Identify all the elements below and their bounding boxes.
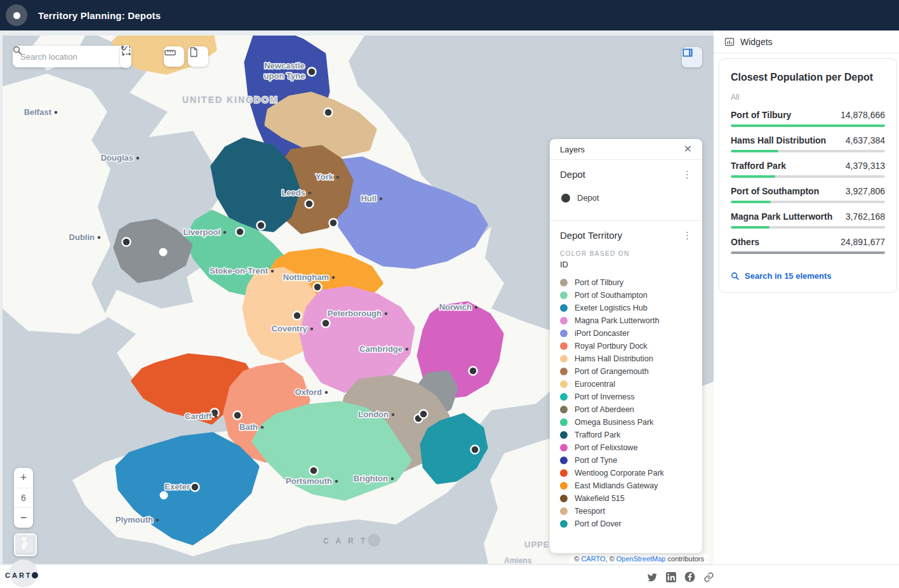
map-attribution: © CARTO, © OpenStreetMap contributors (569, 554, 709, 564)
city-label: Douglas (101, 153, 133, 163)
depot-marker[interactable] (257, 222, 265, 230)
city-label: Norwich (439, 302, 472, 312)
depot-marker[interactable] (236, 228, 244, 236)
widget-row[interactable]: Port of Tilbury14,878,666 (731, 110, 885, 127)
legend-color-swatch (560, 507, 568, 515)
panel-layout-icon (682, 47, 693, 58)
osm-attribution-link[interactable]: OpenStreetMap (616, 555, 666, 563)
zoom-out-button[interactable]: − (14, 508, 33, 528)
widget-row[interactable]: Magna Park Lutterworth3,762,168 (731, 211, 885, 229)
depot-marker[interactable] (469, 367, 477, 375)
legend-color-swatch (560, 304, 568, 312)
widget-row[interactable]: Others24,891,677 (731, 237, 885, 254)
legend-color-swatch (560, 406, 568, 413)
social-links (646, 571, 714, 582)
depot-marker[interactable] (471, 446, 479, 454)
city-label: Coventry (272, 324, 308, 333)
selection-tool-button[interactable] (120, 45, 131, 68)
legend-color-swatch (560, 279, 568, 286)
toggle-side-panel-button[interactable] (682, 47, 702, 67)
carto-attribution-link[interactable]: CARTO (581, 555, 605, 563)
legend-item: Port of Felixstowe (560, 441, 692, 454)
depot-marker[interactable] (330, 219, 338, 227)
depot-marker[interactable] (234, 411, 242, 420)
legend-item-label: Port of Dover (575, 519, 622, 528)
search-input[interactable] (19, 51, 93, 62)
city-dot (137, 157, 140, 160)
depot-marker[interactable] (420, 410, 428, 418)
city-dot (336, 176, 340, 179)
city-label: Exeter (164, 482, 190, 491)
legend-item-label: Omega Business Park (575, 418, 653, 427)
export-button[interactable] (188, 46, 208, 67)
measure-button[interactable] (164, 46, 184, 67)
widget-row-bar (731, 124, 885, 127)
depot-marker[interactable] (314, 283, 322, 291)
legend-color-swatch (560, 330, 568, 337)
city-label: Liverpool (183, 227, 220, 237)
legend-item: Port of Inverness (560, 391, 692, 403)
facebook-icon[interactable] (684, 571, 695, 582)
widget-row[interactable]: Trafford Park4,379,313 (731, 161, 885, 178)
city-label: Dublin (69, 232, 95, 242)
kebab-menu-icon[interactable]: ⋮ (683, 170, 692, 179)
widget-row[interactable]: Hams Hall Distribution4,637,384 (731, 135, 885, 152)
widget-row-value: 24,891,677 (841, 237, 885, 247)
share-link-icon[interactable] (703, 571, 714, 582)
legend-item: Hams Hall Distribution (560, 352, 692, 365)
app-logo-icon (6, 4, 27, 26)
carto-logo[interactable]: CART (0, 559, 51, 588)
legend-color-swatch (560, 317, 568, 324)
legend-color-swatch (560, 457, 568, 464)
depot-marker[interactable] (322, 319, 330, 328)
excluded-cell-dot (160, 491, 168, 500)
legend-item-label: Hams Hall Distribution (575, 354, 653, 363)
widgets-sidebar: Widgets Closest Population per Depot All… (714, 30, 899, 565)
widgets-header-label: Widgets (740, 37, 773, 47)
map-canvas[interactable]: UNITED KINGDOMUPPERAmiensBelfastDouglasD… (3, 36, 714, 564)
minimap-thumbnail[interactable] (14, 533, 37, 556)
city-dot (332, 276, 335, 279)
depot-marker[interactable] (305, 200, 314, 208)
legend-color-swatch (560, 444, 568, 451)
ruler-icon (164, 46, 176, 59)
depot-marker[interactable] (308, 68, 316, 76)
location-search[interactable] (13, 46, 129, 67)
city-dot (385, 312, 388, 316)
widget-row-bar (731, 201, 885, 203)
legend-item: Omega Business Park (560, 416, 692, 429)
kebab-menu-icon[interactable]: ⋮ (683, 231, 692, 240)
widget-filter-label: All (731, 93, 885, 102)
depot-marker[interactable] (211, 409, 219, 417)
legend-item: Exeter Logistics Hub (560, 302, 692, 314)
search-in-elements-link[interactable]: Search in 15 elements (731, 271, 885, 281)
depot-territory-layer-title: Depot Territory (560, 230, 622, 241)
close-icon[interactable]: ✕ (684, 144, 692, 154)
legend-item: Port of Tyne (560, 454, 692, 467)
depot-marker[interactable] (310, 467, 318, 475)
depot-territory-layer-section: Depot Territory ⋮ COLOR BASED ON ID Port… (550, 221, 702, 535)
search-icon (13, 46, 22, 55)
city-label: Bath (239, 422, 258, 432)
city-dot (55, 111, 58, 114)
twitter-icon[interactable] (646, 571, 657, 582)
widget-row-label: Magna Park Lutterworth (731, 211, 832, 222)
depot-marker[interactable] (123, 238, 131, 246)
territory-color-legend: Port of TilburyPort of SouthamptonExeter… (560, 276, 692, 530)
legend-color-swatch (560, 355, 568, 363)
color-based-on-label: COLOR BASED ON (560, 250, 692, 257)
legend-item: Port of Southampton (560, 289, 692, 302)
city-dot (223, 231, 227, 234)
depot-marker[interactable] (293, 312, 302, 320)
depot-marker[interactable] (191, 483, 199, 491)
widget-title: Closest Population per Depot (731, 72, 885, 83)
widget-row[interactable]: Port of Southampton3,927,806 (731, 186, 885, 203)
depot-marker[interactable] (324, 109, 333, 117)
linkedin-icon[interactable] (665, 571, 676, 582)
legend-item-label: Eurocentral (575, 380, 615, 389)
city-dot (392, 413, 395, 417)
legend-item: Port of Tilbury (560, 276, 692, 289)
legend-color-swatch (560, 482, 568, 490)
zoom-in-button[interactable]: + (14, 468, 33, 488)
legend-item: Port of Aberdeen (560, 403, 692, 416)
